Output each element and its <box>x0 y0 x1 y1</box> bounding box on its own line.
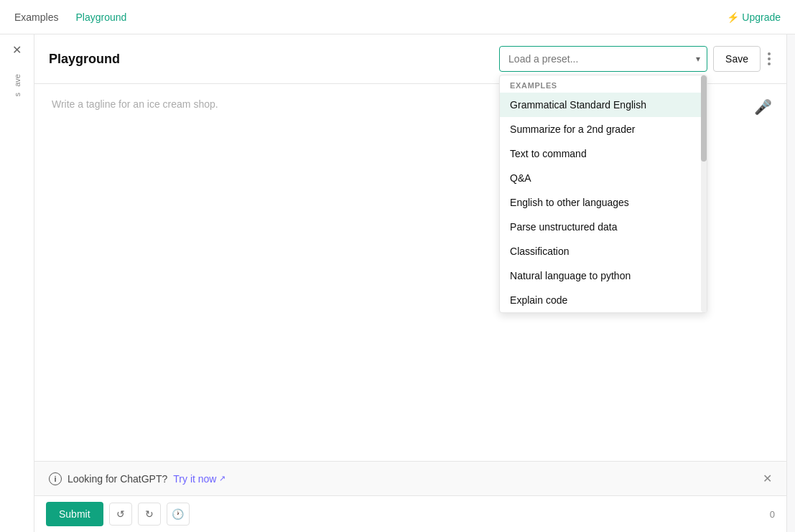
sidebar-label-s: s <box>13 93 22 97</box>
undo-button[interactable]: ↺ <box>109 503 132 526</box>
dropdown-item-english-languages[interactable]: English to other languages <box>500 190 707 215</box>
banner-close-button[interactable]: ✕ <box>763 472 772 485</box>
dropdown-item-qa[interactable]: Q&A <box>500 166 707 190</box>
scrollbar-thumb <box>701 75 707 162</box>
sidebar-label-save: ave <box>13 74 22 87</box>
try-it-now-link[interactable]: Try it now ↗ <box>173 473 226 485</box>
dropdown-item-grammatical[interactable]: Grammatical Standard English <box>500 93 707 117</box>
chatgpt-banner: i Looking for ChatGPT? Try it now ↗ ✕ <box>34 461 786 495</box>
dropdown-item-explain-code[interactable]: Explain code <box>500 288 707 312</box>
history-button[interactable]: 🕐 <box>167 503 190 526</box>
external-link-icon: ↗ <box>219 474 226 483</box>
token-count: 0 <box>770 509 775 520</box>
dropdown-item-summarize[interactable]: Summarize for a 2nd grader <box>500 117 707 141</box>
dropdown-item-text-command[interactable]: Text to command <box>500 141 707 166</box>
submit-button[interactable]: Submit <box>46 502 103 526</box>
dropdown-item-parse[interactable]: Parse unstructured data <box>500 215 707 239</box>
save-button[interactable]: Save <box>713 46 761 72</box>
top-nav: Examples Playground ⚡ Upgrade <box>0 0 795 34</box>
page-title: Playground <box>49 52 120 67</box>
banner-text: Looking for ChatGPT? <box>68 473 167 485</box>
redo-button[interactable]: ↻ <box>138 503 161 526</box>
dropdown-scrollbar[interactable] <box>701 75 707 312</box>
header-right: ▾ EXAMPLES Grammatical Standard English … <box>499 46 772 72</box>
bottom-toolbar: Submit ↺ ↻ 🕐 0 <box>34 495 786 532</box>
playground-header: Playground ▾ EXAMPLES Grammatical Standa… <box>34 34 786 84</box>
layout: ✕ ave s Playground ▾ EXAMPLES Grammatica… <box>0 34 795 532</box>
lightning-icon: ⚡ <box>727 11 739 23</box>
upgrade-button[interactable]: ⚡ Upgrade <box>727 11 781 23</box>
more-options-button[interactable] <box>766 46 772 72</box>
info-icon: i <box>49 472 62 485</box>
nav-examples[interactable]: Examples <box>14 11 58 23</box>
more-dot-3 <box>768 62 771 65</box>
redo-icon: ↻ <box>145 508 154 520</box>
dropdown-section-label: EXAMPLES <box>500 75 707 93</box>
main-content: Playground ▾ EXAMPLES Grammatical Standa… <box>34 34 786 532</box>
nav-playground[interactable]: Playground <box>75 11 126 23</box>
more-dot-2 <box>768 57 771 60</box>
preset-dropdown[interactable] <box>499 46 707 72</box>
preset-dropdown-menu: EXAMPLES Grammatical Standard English Su… <box>499 75 707 313</box>
preset-container: ▾ EXAMPLES Grammatical Standard English … <box>499 46 707 72</box>
more-dot-1 <box>768 52 771 55</box>
editor-placeholder: Write a tagline for an ice cream shop. <box>52 98 218 110</box>
close-icon[interactable]: ✕ <box>12 43 22 57</box>
banner-left: i Looking for ChatGPT? Try it now ↗ <box>49 472 226 485</box>
history-icon: 🕐 <box>172 508 184 520</box>
dropdown-item-natural-python[interactable]: Natural language to python <box>500 263 707 288</box>
left-sidebar: ✕ ave s <box>0 34 34 532</box>
undo-icon: ↺ <box>116 508 125 520</box>
mic-icon[interactable]: 🎤 <box>754 98 772 116</box>
dropdown-item-classification[interactable]: Classification <box>500 239 707 263</box>
right-panel <box>786 34 795 532</box>
